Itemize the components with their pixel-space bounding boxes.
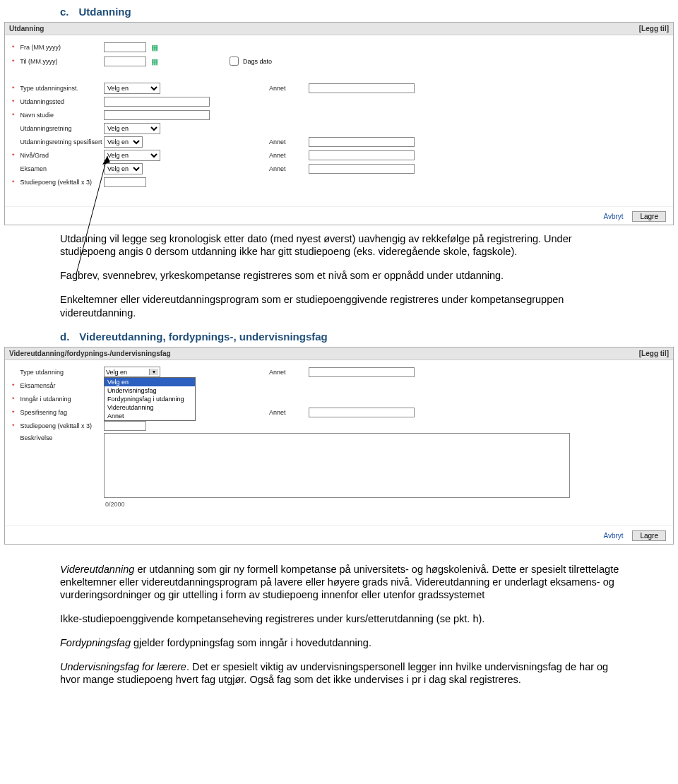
label-type-inst: * Type utdanningsinst. xyxy=(5,85,104,92)
text-d-p1: Videreutdanning er utdanning som gir ny … xyxy=(60,563,622,601)
section-d-heading: d.Videreutdanning, fordypnings-, undervi… xyxy=(60,331,678,343)
text-d-p3: Fordypningsfag gjelder fordypningsfag so… xyxy=(60,636,622,649)
annet-label: Annet xyxy=(224,138,309,145)
eksamen-select[interactable]: Velg en xyxy=(104,163,143,174)
annet-label: Annet xyxy=(224,409,309,416)
annet-label: Annet xyxy=(224,369,309,376)
dags-dato-label: Dags dato xyxy=(243,58,272,65)
annet-spes-fag-input[interactable] xyxy=(309,408,415,417)
label-inngar: * Inngår i utdanning xyxy=(5,396,104,403)
annet-niva-input[interactable] xyxy=(309,150,415,160)
niva-select[interactable]: Velg en xyxy=(104,150,160,161)
panel-videreutdanning-header: Videreutdanning/fordypnings-/undervisnin… xyxy=(5,348,673,360)
annet-type-utd-input[interactable] xyxy=(309,367,415,377)
annet-eksamen-input[interactable] xyxy=(309,164,415,174)
label-eksamensar: * Eksamensår xyxy=(5,382,104,389)
label-studiepoeng2: * Studiepoeng (vekttall x 3) xyxy=(5,422,104,429)
label-type-utd: * Type utdanning xyxy=(5,369,104,376)
type-utd-selected: Velg en xyxy=(106,369,127,376)
annet-type-inst-input[interactable] xyxy=(309,83,415,93)
annet-label: Annet xyxy=(224,85,309,92)
char-counter: 0/2000 xyxy=(105,501,570,508)
retning-select[interactable]: Velg en xyxy=(104,123,160,134)
label-studiepoeng: * Studiepoeng (vekttall x 3) xyxy=(5,179,104,186)
text-d-p4: Undervisningsfag for lærere. Det er spes… xyxy=(60,660,622,686)
label-eksamen: * Eksamen xyxy=(5,165,104,172)
text-c-p1: Utdanning vil legge seg kronologisk ette… xyxy=(60,232,622,258)
panel-utdanning: Utdanning [Legg til] * Fra (MM.yyyy) ▦ *… xyxy=(4,22,674,225)
panel-utdanning-title: Utdanning xyxy=(9,25,44,32)
retning-spes-select[interactable]: Velg en xyxy=(104,136,143,148)
calendar-icon[interactable]: ▦ xyxy=(151,57,160,66)
beskrivelse-textarea[interactable] xyxy=(104,433,570,498)
dd-option[interactable]: Velg en xyxy=(105,378,195,386)
annet-label: Annet xyxy=(224,165,309,172)
label-sted: * Utdanningssted xyxy=(5,98,104,105)
panel-videreutdanning: Videreutdanning/fordypnings-/undervisnin… xyxy=(4,347,674,545)
dd-option[interactable]: Undervisningsfag xyxy=(105,386,195,395)
dd-option[interactable]: Videreutdanning xyxy=(105,403,195,412)
lagre-button[interactable]: Lagre xyxy=(632,530,666,541)
label-retning-spes: * Utdanningsretning spesifisert xyxy=(5,138,104,145)
section-d-title: Videreutdanning, fordypnings-, undervisn… xyxy=(79,331,327,343)
section-c-title: Utdanning xyxy=(79,6,131,18)
text-c-p3: Enkeltemner eller videreutdanningsprogra… xyxy=(60,293,622,319)
legg-til-link[interactable]: [Legg til] xyxy=(639,25,669,32)
annet-label: Annet xyxy=(224,152,309,159)
label-beskrivelse: * Beskrivelse xyxy=(5,433,104,441)
section-c-letter: c. xyxy=(60,6,69,18)
label-spes-fag: * Spesifisering fag xyxy=(5,409,104,416)
annet-retning-spes-input[interactable] xyxy=(309,137,415,147)
label-til: * Til (MM.yyyy) xyxy=(5,58,104,65)
avbryt-link[interactable]: Avbryt xyxy=(603,532,623,540)
navn-studie-input[interactable] xyxy=(104,110,210,120)
type-utd-dropdown[interactable]: Velg en ▾ Velg en Undervisningsfag Fordy… xyxy=(104,367,160,377)
label-niva: * Nivå/Grad xyxy=(5,152,104,159)
section-d-letter: d. xyxy=(60,331,69,343)
panel-videreutdanning-title: Videreutdanning/fordypnings-/undervisnin… xyxy=(9,350,171,357)
text-c-p2: Fagbrev, svennebrev, yrkeskompetanse reg… xyxy=(60,269,622,282)
label-retning: * Utdanningsretning xyxy=(5,125,104,132)
dags-dato-checkbox[interactable] xyxy=(230,57,239,66)
text-d-p2: Ikke-studiepoenggivende kompetanseheving… xyxy=(60,612,622,625)
til-input[interactable] xyxy=(104,57,146,66)
section-c-heading: c.Utdanning xyxy=(60,6,678,18)
section-d-body: Videreutdanning er utdanning som gir ny … xyxy=(60,563,622,687)
label-fra: * Fra (MM.yyyy) xyxy=(5,44,104,51)
calendar-icon[interactable]: ▦ xyxy=(151,43,160,52)
type-utd-options-list: Velg en Undervisningsfag Fordypningsfag … xyxy=(104,377,196,421)
chevron-down-icon: ▾ xyxy=(149,369,158,375)
dd-option[interactable]: Fordypningsfag i utdanning xyxy=(105,395,195,403)
type-inst-select[interactable]: Velg en xyxy=(104,83,160,94)
avbryt-link[interactable]: Avbryt xyxy=(603,213,623,220)
studiepoeng2-input[interactable] xyxy=(104,421,146,431)
section-c-body: Utdanning vil legge seg kronologisk ette… xyxy=(60,232,622,319)
lagre-button[interactable]: Lagre xyxy=(632,211,666,222)
sted-input[interactable] xyxy=(104,97,210,107)
dd-option[interactable]: Annet xyxy=(105,412,195,420)
fra-input[interactable] xyxy=(104,42,146,52)
panel-utdanning-header: Utdanning [Legg til] xyxy=(5,23,673,35)
label-navn-studie: * Navn studie xyxy=(5,112,104,119)
studiepoeng-input[interactable] xyxy=(104,177,146,187)
legg-til-link[interactable]: [Legg til] xyxy=(639,350,669,357)
